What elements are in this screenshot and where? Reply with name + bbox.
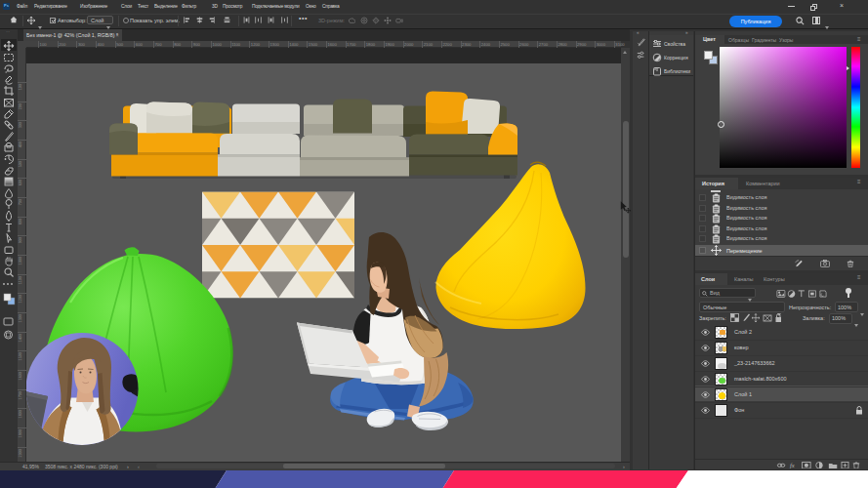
svg-text:fx: fx (790, 462, 795, 468)
